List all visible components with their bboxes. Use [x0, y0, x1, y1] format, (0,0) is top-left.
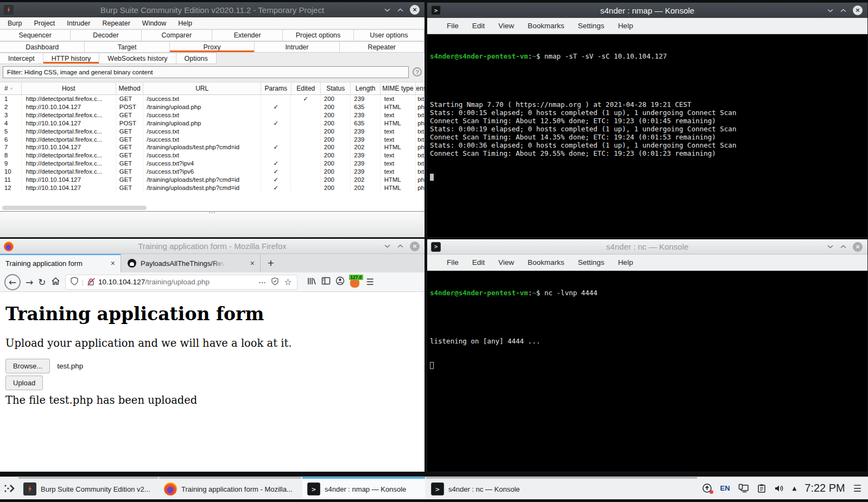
- konsole-menu-item[interactable]: Bookmarks: [528, 258, 565, 266]
- close-icon[interactable]: ×: [853, 242, 863, 252]
- nc-terminal[interactable]: s4nder@s4nder-pentest-vm:~$ nc -lvnp 444…: [427, 271, 867, 472]
- konsole-menu-item[interactable]: Help: [618, 22, 633, 30]
- taskbar-item-konsole-nc[interactable]: > s4nder : nc — Konsole: [426, 477, 697, 499]
- column-header-url[interactable]: URL: [143, 82, 261, 94]
- bookmark-star-icon[interactable]: ☆: [284, 277, 292, 287]
- upload-button[interactable]: Upload: [5, 376, 43, 390]
- burp-tab[interactable]: Project options: [282, 29, 353, 41]
- burp-tab[interactable]: User options: [353, 29, 425, 41]
- splitter-handle[interactable]: ⋯: [208, 211, 216, 215]
- http-history-filter[interactable]: Filter: Hiding CSS, image and general bi…: [3, 66, 409, 78]
- konsole-nmap-titlebar[interactable]: > s4nder : nmap — Konsole ×: [427, 3, 867, 18]
- konsole-menu-item[interactable]: Help: [618, 258, 633, 266]
- burp-tab[interactable]: Decoder: [70, 29, 141, 41]
- table-row[interactable]: 7 http://10.10.104.127 GET /training/upl…: [0, 143, 425, 151]
- burp-menu-item[interactable]: Repeater: [102, 20, 130, 27]
- table-row[interactable]: 10 http://detectportal.firefox.c... GET …: [0, 167, 425, 175]
- konsole-menu-item[interactable]: Edit: [472, 258, 485, 266]
- burp-tab[interactable]: Repeater: [339, 41, 425, 53]
- column-header-method[interactable]: Method: [116, 82, 143, 94]
- minimize-icon[interactable]: [827, 244, 834, 249]
- burp-tab[interactable]: Extender: [212, 29, 283, 41]
- maximize-icon[interactable]: [397, 244, 404, 249]
- url-bar[interactable]: | 10.10.104.127/training/upload.php ⋯ ☆: [65, 275, 297, 290]
- firefox-titlebar[interactable]: Training application form - Mozilla Fire…: [0, 239, 425, 254]
- maximize-icon[interactable]: [840, 244, 847, 249]
- column-header-edited[interactable]: Edited: [292, 82, 321, 94]
- tab-close-icon[interactable]: ×: [250, 259, 255, 268]
- reload-icon[interactable]: ↻: [38, 277, 46, 288]
- burp-menu-item[interactable]: Intruder: [67, 20, 90, 27]
- scrollbar-thumb[interactable]: [2, 206, 147, 210]
- taskbar-item-burp[interactable]: Burp Suite Community Edition v2...: [18, 477, 158, 499]
- konsole-nc-titlebar[interactable]: > s4nder : nc — Konsole ×: [427, 239, 867, 255]
- table-row[interactable]: 6 http://detectportal.firefox.c... GET /…: [0, 135, 425, 143]
- table-row[interactable]: 9 http://detectportal.firefox.c... GET /…: [0, 160, 425, 168]
- burp-tab[interactable]: Intruder: [254, 41, 339, 53]
- burp-subtab[interactable]: HTTP history: [43, 53, 100, 64]
- nmap-terminal[interactable]: s4nder@s4nder-pentest-vm:~$ nmap -sT -sV…: [427, 34, 867, 237]
- new-tab-button[interactable]: +: [261, 254, 281, 272]
- burp-tab[interactable]: Dashboard: [0, 41, 85, 53]
- permissions-shield-icon[interactable]: [71, 277, 78, 287]
- home-icon[interactable]: [51, 277, 60, 288]
- back-button[interactable]: ←: [4, 274, 21, 290]
- foxyproxy-icon[interactable]: 127.0: [350, 277, 362, 288]
- konsole-menu-item[interactable]: File: [447, 22, 459, 30]
- column-header-extension[interactable]: Extension: [416, 82, 425, 94]
- burp-tab[interactable]: Proxy: [169, 41, 255, 53]
- burp-menu-item[interactable]: Project: [34, 20, 55, 27]
- account-icon[interactable]: [335, 276, 345, 288]
- taskbar-item-firefox[interactable]: Training application form - Mozilla...: [159, 477, 301, 499]
- close-icon[interactable]: ×: [853, 5, 863, 15]
- close-icon[interactable]: ×: [410, 242, 420, 251]
- table-row[interactable]: 11 http://10.10.104.127 GET /training/up…: [0, 175, 425, 183]
- burp-subtab[interactable]: WebSockets history: [99, 53, 176, 64]
- burp-subtab[interactable]: Options: [176, 53, 217, 64]
- browse-button[interactable]: Browse...: [5, 359, 50, 373]
- konsole-menu-item[interactable]: Settings: [578, 22, 605, 30]
- app-launcher-icon[interactable]: [0, 477, 18, 499]
- volume-icon[interactable]: [774, 484, 784, 493]
- table-row[interactable]: 2 http://10.10.104.127 POST /training/up…: [0, 103, 425, 111]
- burp-subtab[interactable]: Intercept: [0, 53, 43, 64]
- library-icon[interactable]: [307, 277, 316, 288]
- column-header-params[interactable]: Params: [261, 82, 291, 94]
- maximize-icon[interactable]: [840, 8, 847, 13]
- table-row[interactable]: 3 http://detectportal.firefox.c... GET /…: [0, 111, 425, 119]
- tray-expand-icon[interactable]: ▲: [793, 485, 797, 491]
- hamburger-menu-icon[interactable]: ☰: [366, 277, 374, 287]
- table-row[interactable]: 4 http://10.10.104.127 POST /training/up…: [0, 119, 425, 127]
- burp-tab[interactable]: Comparer: [141, 29, 212, 41]
- page-actions-icon[interactable]: ⋯: [258, 278, 266, 287]
- column-header-length[interactable]: Length: [351, 82, 380, 94]
- tab-training-application-form[interactable]: Training application form ×: [0, 254, 121, 272]
- updates-icon[interactable]: [702, 483, 712, 493]
- konsole-menu-item[interactable]: View: [498, 258, 514, 266]
- taskbar-item-konsole-nmap[interactable]: > s4nder : nmap — Konsole: [302, 477, 425, 499]
- minimize-icon[interactable]: [384, 8, 391, 12]
- minimize-icon[interactable]: [827, 8, 834, 13]
- help-icon[interactable]: ?: [413, 67, 422, 77]
- konsole-menu-item[interactable]: Edit: [472, 22, 485, 30]
- column-header-num[interactable]: #˄: [0, 82, 22, 94]
- burp-tab[interactable]: Target: [84, 41, 169, 53]
- table-row[interactable]: 8 http://detectportal.firefox.c... GET /…: [0, 151, 425, 160]
- column-header-status[interactable]: Status: [321, 82, 351, 94]
- clipboard-icon[interactable]: [757, 484, 766, 493]
- table-row[interactable]: 12 http://10.10.104.127 GET /training/up…: [0, 183, 425, 192]
- burp-titlebar[interactable]: Burp Suite Community Edition v2020.11.2 …: [0, 2, 425, 17]
- insecure-lock-icon[interactable]: [87, 278, 94, 286]
- table-row[interactable]: 5 http://detectportal.firefox.c... GET /…: [0, 127, 425, 135]
- tab-payloadsallthethings[interactable]: PayloadsAllTheThings/Rev ×: [121, 254, 261, 272]
- table-row[interactable]: 1 http://detectportal.firefox.c... GET /…: [0, 95, 425, 103]
- keyboard-layout-indicator[interactable]: EN: [720, 484, 730, 492]
- close-icon[interactable]: ×: [410, 5, 420, 15]
- minimize-icon[interactable]: [384, 244, 391, 249]
- burp-tab[interactable]: Sequencer: [0, 29, 71, 41]
- tab-close-icon[interactable]: ×: [111, 259, 115, 268]
- column-header-host[interactable]: Host: [22, 82, 116, 94]
- panel-settings-icon[interactable]: ☰: [853, 483, 861, 494]
- burp-menu-item[interactable]: Help: [178, 20, 192, 27]
- burp-menu-item[interactable]: Window: [142, 20, 166, 27]
